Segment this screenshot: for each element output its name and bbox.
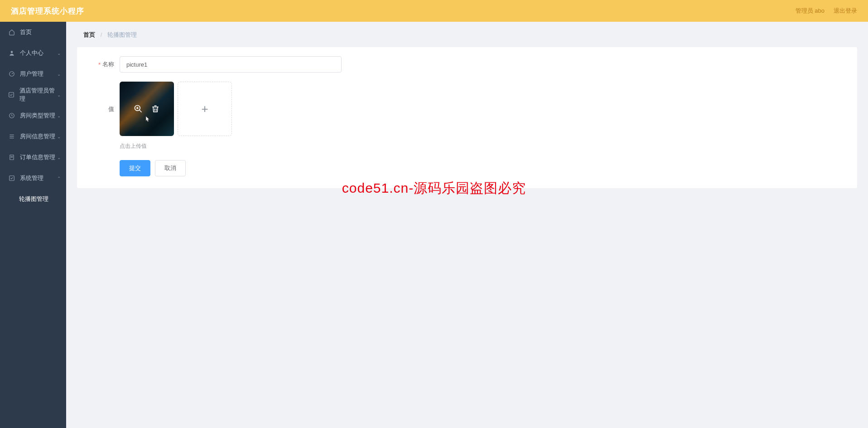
sidebar-item-label: 轮播图管理 xyxy=(19,195,48,203)
current-user[interactable]: 管理员 abo xyxy=(796,7,825,15)
cancel-button[interactable]: 取消 xyxy=(155,160,186,176)
check-square-icon xyxy=(8,175,15,182)
svg-rect-2 xyxy=(9,92,14,97)
list-icon xyxy=(8,133,15,140)
chevron-down-icon: ⌄ xyxy=(57,134,61,139)
sidebar-item-label: 酒店管理员管理 xyxy=(19,87,58,103)
sidebar-item-label: 系统管理 xyxy=(20,174,43,182)
breadcrumb-current: 轮播图管理 xyxy=(107,31,137,38)
required-mark: * xyxy=(98,61,101,68)
upload-button[interactable]: + xyxy=(178,82,232,136)
name-input[interactable] xyxy=(120,56,342,73)
user-icon xyxy=(8,49,15,57)
clock-icon xyxy=(8,112,15,119)
form-row-value: 值 xyxy=(91,82,844,136)
content-area: 首页 / 轮播图管理 * 名称 值 xyxy=(66,22,868,428)
check-square-icon xyxy=(8,91,15,98)
sidebar-item-hotel-admin[interactable]: 酒店管理员管理 ⌄ xyxy=(0,84,66,105)
header: 酒店管理系统小程序 管理员 abo 退出登录 xyxy=(0,0,868,22)
app-title: 酒店管理系统小程序 xyxy=(11,6,84,16)
image-thumbnail[interactable] xyxy=(120,82,174,136)
chevron-down-icon: ⌄ xyxy=(57,51,61,56)
sidebar-item-room-info[interactable]: 房间信息管理 ⌄ xyxy=(0,126,66,147)
form-card: * 名称 值 xyxy=(77,47,857,188)
sidebar-item-label: 个人中心 xyxy=(20,49,43,57)
zoom-icon[interactable] xyxy=(134,104,143,113)
value-label: 值 xyxy=(108,106,114,112)
breadcrumb-separator: / xyxy=(101,31,102,38)
submit-button[interactable]: 提交 xyxy=(120,160,150,176)
file-icon xyxy=(8,154,15,161)
sidebar-item-label: 房间信息管理 xyxy=(20,132,55,141)
sidebar: 首页 个人中心 ⌄ 用户管理 ⌄ 酒店管理员管理 ⌄ xyxy=(0,22,66,428)
sidebar-item-system[interactable]: 系统管理 ⌃ xyxy=(0,168,66,189)
sidebar-item-label: 订单信息管理 xyxy=(20,153,55,161)
sidebar-item-label: 首页 xyxy=(20,28,32,36)
sidebar-item-room-type[interactable]: 房间类型管理 ⌄ xyxy=(0,105,66,126)
sidebar-item-user-manage[interactable]: 用户管理 ⌄ xyxy=(0,63,66,84)
sidebar-item-order-info[interactable]: 订单信息管理 ⌄ xyxy=(0,147,66,168)
chevron-down-icon: ⌄ xyxy=(57,72,61,77)
form-row-name: * 名称 xyxy=(91,56,844,73)
chevron-down-icon: ⌄ xyxy=(57,92,61,97)
chevron-up-icon: ⌃ xyxy=(57,176,61,181)
logout-link[interactable]: 退出登录 xyxy=(834,7,857,15)
sidebar-item-home[interactable]: 首页 xyxy=(0,22,66,43)
breadcrumb: 首页 / 轮播图管理 xyxy=(77,31,857,39)
breadcrumb-home[interactable]: 首页 xyxy=(83,31,95,38)
upload-hint: 点击上传值 xyxy=(120,142,147,150)
svg-line-12 xyxy=(140,110,142,112)
name-label: 名称 xyxy=(102,60,114,68)
gauge-icon xyxy=(8,70,15,78)
sidebar-item-personal[interactable]: 个人中心 ⌄ xyxy=(0,43,66,63)
chevron-down-icon: ⌄ xyxy=(57,155,61,160)
chevron-down-icon: ⌄ xyxy=(57,113,61,118)
delete-icon[interactable] xyxy=(151,104,160,113)
sidebar-subitem-carousel[interactable]: 轮播图管理 xyxy=(0,189,66,209)
sidebar-item-label: 用户管理 xyxy=(20,70,43,78)
svg-point-0 xyxy=(11,51,13,53)
home-icon xyxy=(8,29,15,36)
plus-icon: + xyxy=(201,102,208,116)
sidebar-item-label: 房间类型管理 xyxy=(20,112,55,120)
svg-rect-10 xyxy=(10,176,14,181)
